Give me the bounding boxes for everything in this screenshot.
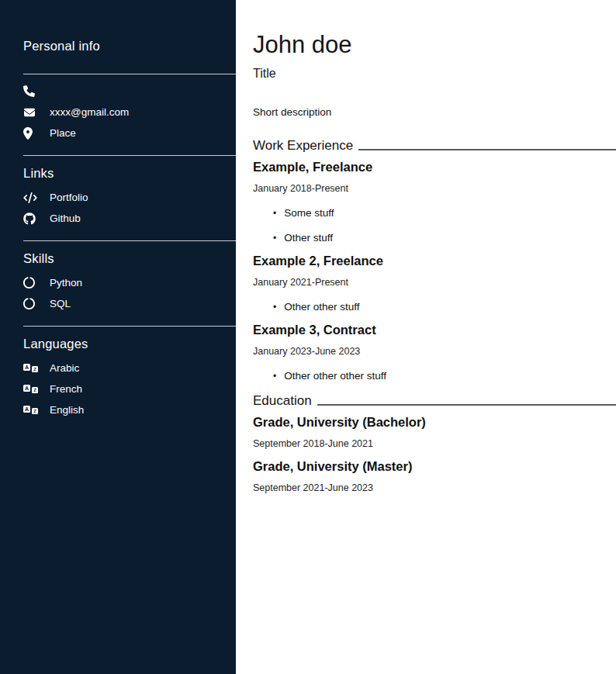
link-portfolio[interactable]: Portfolio — [0, 187, 236, 208]
skill-item: SQL — [0, 293, 236, 314]
work-entry-title: Example 2, Freelance — [253, 254, 616, 268]
personal-info-heading: Personal info — [23, 39, 236, 54]
education-entry-dates: September 2018-June 2021 — [253, 438, 616, 449]
language-icon: A Z — [23, 385, 39, 393]
language-icon-letter: A — [23, 406, 30, 413]
skill-label: SQL — [50, 298, 71, 309]
resume-main: John doe Title Short description Work Ex… — [236, 0, 616, 674]
language-icon-letter: Z — [32, 408, 38, 414]
short-description: Short description — [253, 106, 616, 118]
education-entry-dates: September 2021-June 2023 — [253, 482, 616, 493]
work-bullet: • Other stuff — [253, 232, 616, 244]
divider — [23, 240, 236, 241]
bullet-icon: • — [273, 233, 276, 244]
language-icon-letter: A — [23, 385, 30, 392]
section-rule — [358, 149, 616, 150]
link-github-label[interactable]: Github — [50, 213, 81, 224]
skills-heading: Skills — [23, 251, 236, 266]
sidebar: Personal info xxxx@gmail.com Place Links — [0, 0, 236, 674]
contact-place-row: Place — [0, 123, 236, 143]
education-heading-label: Education — [253, 393, 312, 409]
envelope-icon — [23, 107, 39, 118]
skill-label: Python — [50, 277, 82, 289]
divider — [23, 155, 236, 156]
work-experience-heading-label: Work Experience — [253, 138, 353, 154]
language-item: A Z French — [0, 378, 236, 399]
place-value: Place — [50, 127, 76, 139]
work-bullet-text: Other other other stuff — [284, 370, 386, 382]
work-entry-dates: January 2023-June 2023 — [253, 346, 616, 357]
work-entry-title: Example 3, Contract — [253, 323, 616, 337]
location-pin-icon — [23, 127, 39, 140]
work-bullet-text: Other other stuff — [284, 301, 359, 313]
work-bullet-text: Other stuff — [284, 232, 333, 244]
code-icon — [23, 192, 39, 203]
work-entry-title: Example, Freelance — [253, 160, 616, 175]
work-bullet: • Other other other stuff — [253, 370, 616, 382]
education-entry-title: Grade, University (Bachelor) — [253, 415, 616, 430]
languages-list: A Z Arabic A Z French A Z English — [0, 358, 236, 420]
work-bullet: • Other other stuff — [253, 301, 616, 313]
bullet-icon: • — [273, 371, 276, 382]
language-label: Arabic — [50, 362, 79, 374]
section-rule — [317, 404, 616, 406]
language-icon-letter: A — [23, 364, 30, 371]
language-label: English — [50, 404, 84, 416]
language-item: A Z English — [0, 399, 236, 420]
links-list: Portfolio Github — [0, 187, 236, 229]
education-section-heading: Education — [253, 393, 616, 409]
circle-notch-icon — [23, 298, 39, 309]
github-icon — [23, 213, 39, 225]
bullet-icon: • — [273, 208, 276, 219]
bullet-icon: • — [273, 302, 276, 313]
language-icon-letter: Z — [32, 366, 38, 372]
links-heading: Links — [23, 166, 236, 181]
work-entry-dates: January 2018-Present — [253, 183, 616, 194]
language-icon: A Z — [23, 364, 39, 372]
language-label: French — [50, 383, 82, 395]
language-icon: A Z — [23, 406, 39, 414]
link-portfolio-label[interactable]: Portfolio — [50, 192, 88, 203]
circle-notch-icon — [23, 277, 39, 289]
divider — [23, 74, 236, 74]
contact-email-row[interactable]: xxxx@gmail.com — [0, 102, 236, 123]
link-github[interactable]: Github — [0, 208, 236, 229]
work-experience-section-heading: Work Experience — [253, 138, 616, 154]
contact-phone-row — [0, 81, 236, 102]
skill-item: Python — [0, 272, 236, 293]
person-title: Title — [253, 67, 616, 81]
work-bullet: • Some stuff — [253, 207, 616, 219]
contact-list: xxxx@gmail.com Place — [0, 81, 236, 143]
language-icon-letter: Z — [32, 387, 38, 393]
divider — [23, 326, 236, 327]
education-entry-title: Grade, University (Master) — [253, 459, 616, 474]
skills-list: Python SQL — [0, 272, 236, 314]
work-entry-dates: January 2021-Present — [253, 277, 616, 288]
work-bullet-text: Some stuff — [284, 207, 334, 219]
email-value[interactable]: xxxx@gmail.com — [50, 106, 129, 118]
person-name: John doe — [253, 31, 616, 59]
language-item: A Z Arabic — [0, 358, 236, 378]
phone-icon — [23, 85, 39, 97]
languages-heading: Languages — [23, 337, 236, 351]
